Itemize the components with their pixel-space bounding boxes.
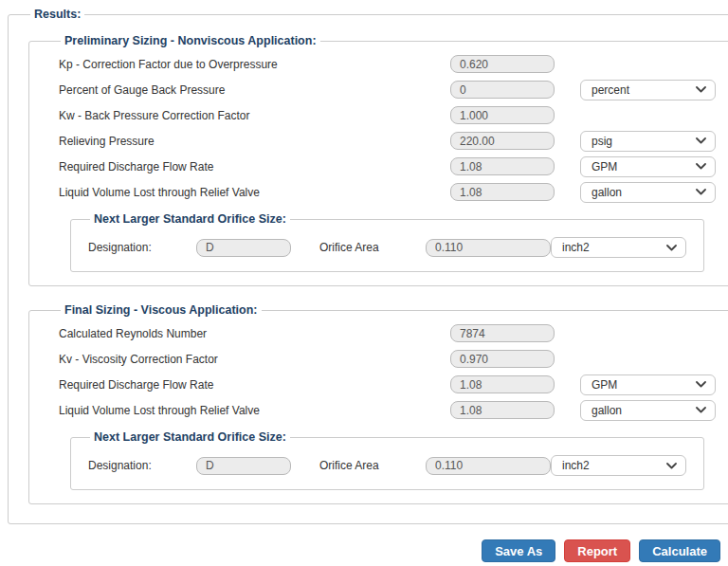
chevron-down-icon — [696, 163, 706, 170]
final-orifice-section: Next Larger Standard Orifice Size: Desig… — [70, 430, 704, 490]
row-liquid-volume-lost: Liquid Volume Lost through Relief Valve … — [59, 183, 716, 201]
chevron-down-icon — [696, 407, 706, 413]
final-orifice-area-unit-select[interactable]: inch2 — [551, 455, 686, 476]
row-kw-back-pressure-correction: Kw - Back Pressure Correction Factor — [59, 106, 716, 124]
preliminary-orifice-row: Designation: Orifice Area inch2 — [88, 237, 686, 258]
final-flow-rate-unit-select[interactable]: GPM — [580, 374, 716, 395]
chevron-down-icon — [696, 86, 706, 93]
results-section: Results: Preliminary Sizing - Nonviscous… — [8, 8, 728, 524]
percent-gauge-back-pressure-label: Percent of Gauge Back Pressure — [59, 83, 450, 97]
kv-viscosity-correction-label: Kv - Viscosity Correction Factor — [59, 353, 450, 366]
orifice-area-unit-select[interactable]: inch2 — [551, 237, 686, 258]
final-liquid-volume-lost-label: Liquid Volume Lost through Relief Valve — [59, 404, 450, 417]
kw-back-pressure-correction-field — [450, 106, 555, 124]
liquid-volume-lost-field — [450, 183, 555, 201]
final-designation-label: Designation: — [88, 459, 196, 472]
reynolds-number-field — [450, 324, 555, 342]
chevron-down-icon — [666, 463, 677, 469]
flow-rate-unit-select[interactable]: GPM — [580, 156, 716, 177]
row-required-discharge-flow-rate: Required Discharge Flow Rate GPM — [59, 157, 716, 175]
kp-correction-factor-field — [450, 55, 555, 73]
preliminary-sizing-section: Preliminary Sizing - Nonviscous Applicat… — [28, 34, 728, 286]
row-final-required-discharge-flow-rate: Required Discharge Flow Rate GPM — [59, 375, 716, 393]
liquid-volume-lost-label: Liquid Volume Lost through Relief Valve — [59, 186, 450, 199]
kp-correction-factor-label: Kp - Correction Factor due to Overpressu… — [59, 58, 450, 71]
final-liquid-volume-lost-field — [450, 401, 555, 419]
relieving-pressure-unit-value: psig — [592, 135, 612, 148]
preliminary-orifice-legend: Next Larger Standard Orifice Size: — [90, 212, 290, 226]
final-required-discharge-flow-rate-field — [450, 375, 555, 393]
flow-rate-unit-value: GPM — [592, 160, 617, 173]
orifice-area-label: Orifice Area — [319, 241, 426, 254]
percent-unit-select[interactable]: percent — [580, 80, 716, 100]
row-relieving-pressure: Relieving Pressure psig — [59, 132, 716, 150]
final-designation-field — [196, 457, 291, 475]
final-volume-unit-value: gallon — [592, 404, 622, 417]
required-discharge-flow-rate-field — [450, 157, 555, 175]
row-percent-gauge-back-pressure: Percent of Gauge Back Pressure percent — [59, 81, 716, 99]
relieving-pressure-field — [450, 132, 555, 150]
final-flow-rate-unit-value: GPM — [592, 378, 617, 392]
percent-gauge-back-pressure-field — [450, 81, 555, 99]
chevron-down-icon — [696, 189, 706, 195]
row-kv-viscosity-correction: Kv - Viscosity Correction Factor — [59, 350, 716, 368]
kv-viscosity-correction-field — [450, 350, 555, 368]
final-orifice-row: Designation: Orifice Area inch2 — [88, 455, 686, 476]
row-reynolds-number: Calculated Reynolds Number — [59, 324, 716, 342]
final-orifice-area-label: Orifice Area — [319, 459, 426, 472]
relieving-pressure-label: Relieving Pressure — [59, 135, 450, 148]
orifice-area-field — [426, 239, 551, 257]
chevron-down-icon — [696, 137, 706, 144]
final-sizing-legend: Final Sizing - Viscous Application: — [61, 303, 262, 317]
button-bar: Save As Report Calculate — [8, 539, 720, 562]
final-volume-unit-select[interactable]: gallon — [580, 400, 716, 421]
chevron-down-icon — [666, 245, 677, 251]
preliminary-orifice-section: Next Larger Standard Orifice Size: Desig… — [70, 212, 704, 272]
volume-unit-value: gallon — [592, 186, 622, 199]
percent-unit-value: percent — [592, 83, 629, 97]
chevron-down-icon — [696, 381, 706, 388]
kw-back-pressure-correction-label: Kw - Back Pressure Correction Factor — [59, 109, 450, 122]
final-required-discharge-flow-rate-label: Required Discharge Flow Rate — [59, 378, 450, 392]
reynolds-number-label: Calculated Reynolds Number — [59, 327, 450, 340]
volume-unit-select[interactable]: gallon — [580, 182, 716, 203]
report-button[interactable]: Report — [564, 539, 630, 562]
results-legend: Results: — [30, 8, 84, 21]
row-final-liquid-volume-lost: Liquid Volume Lost through Relief Valve … — [59, 401, 716, 419]
final-orifice-legend: Next Larger Standard Orifice Size: — [90, 430, 290, 444]
designation-label: Designation: — [88, 241, 196, 254]
designation-field — [196, 239, 291, 257]
final-sizing-section: Final Sizing - Viscous Application: Calc… — [28, 303, 728, 504]
orifice-area-unit-value: inch2 — [562, 241, 590, 254]
row-kp-correction-factor: Kp - Correction Factor due to Overpressu… — [59, 55, 716, 73]
relieving-pressure-unit-select[interactable]: psig — [580, 131, 716, 152]
final-orifice-area-field — [426, 457, 551, 475]
calculate-button[interactable]: Calculate — [639, 539, 720, 562]
required-discharge-flow-rate-label: Required Discharge Flow Rate — [59, 160, 450, 173]
final-orifice-area-unit-value: inch2 — [562, 459, 590, 472]
preliminary-sizing-legend: Preliminary Sizing - Nonviscous Applicat… — [61, 34, 320, 47]
save-as-button[interactable]: Save As — [482, 539, 555, 562]
